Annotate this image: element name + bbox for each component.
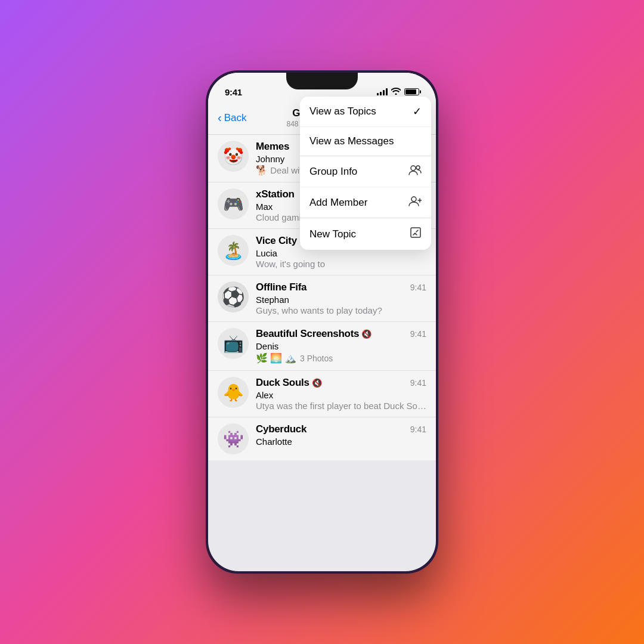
dropdown-section-new: New Topic: [300, 218, 431, 250]
svg-rect-3: [411, 228, 420, 237]
dropdown-overlay: View as Topics ✓ View as Messages Group …: [208, 73, 436, 571]
dropdown-item-group-info[interactable]: Group Info: [300, 156, 431, 187]
dropdown-label-view-messages: View as Messages: [309, 135, 394, 147]
dropdown-menu: View as Topics ✓ View as Messages Group …: [300, 97, 431, 250]
new-topic-icon: [410, 227, 422, 242]
dropdown-item-new-topic[interactable]: New Topic: [300, 218, 431, 250]
checkmark-icon: ✓: [413, 105, 422, 118]
dropdown-item-view-topics[interactable]: View as Topics ✓: [300, 97, 431, 127]
add-member-icon: [408, 196, 422, 209]
svg-point-0: [411, 166, 416, 171]
group-info-icon: [408, 165, 422, 178]
dropdown-label-group-info: Group Info: [309, 166, 357, 178]
dropdown-label-view-topics: View as Topics: [309, 106, 376, 117]
dropdown-section-group: Group Info Add Member: [300, 156, 431, 218]
phone-frame: 9:41: [206, 70, 438, 574]
dropdown-item-view-messages[interactable]: View as Messages: [300, 127, 431, 156]
dropdown-label-new-topic: New Topic: [309, 228, 356, 240]
dropdown-section-view: View as Topics ✓ View as Messages: [300, 97, 431, 156]
dropdown-label-add-member: Add Member: [309, 197, 367, 209]
dropdown-item-add-member[interactable]: Add Member: [300, 187, 431, 218]
svg-point-1: [416, 166, 420, 169]
phone-screen: 9:41: [208, 73, 436, 571]
svg-point-2: [411, 197, 416, 202]
